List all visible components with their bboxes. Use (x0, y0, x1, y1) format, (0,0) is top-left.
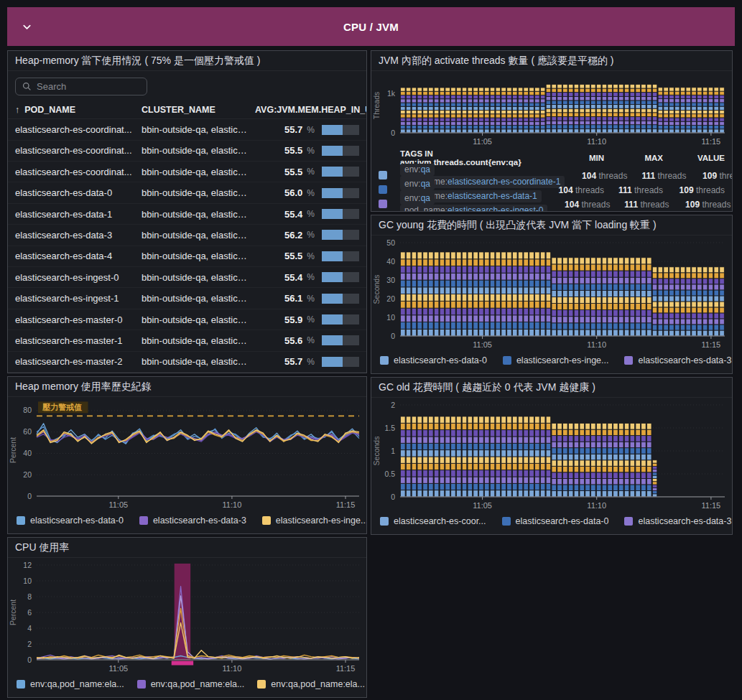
panel-header[interactable]: CPU 使用率 (8, 538, 366, 558)
table-row[interactable]: elasticsearch-es-master-1bbin-outside-qa… (8, 330, 366, 351)
jvm-threads-chart: 01k11:0511:1011:15Threads (371, 71, 732, 147)
svg-text:11:15: 11:15 (336, 500, 356, 509)
min-cell: 104 threads (547, 185, 604, 195)
legend-swatch-icon (379, 200, 387, 208)
svg-text:11:05: 11:05 (473, 137, 492, 146)
panel-title: Heap memory 使用率歷史紀錄 (15, 381, 359, 393)
svg-text:11:10: 11:10 (587, 501, 606, 510)
svg-text:11:05: 11:05 (108, 500, 128, 509)
legend-item[interactable]: env:qa,pod_name:ela... (17, 679, 124, 689)
value-cell: 109 threads (663, 185, 725, 195)
legend-item[interactable]: elasticsearch-es-coor... (380, 516, 486, 526)
tag-badge[interactable]: env:qa (400, 164, 435, 176)
heap-percent-value: 55.7 (284, 356, 302, 367)
legend-item[interactable]: elasticsearch-es-data-0 (502, 516, 609, 526)
panel-header[interactable]: Heap-memory 當下使用情況 ( 75% 是一個壓力警戒值 ) (8, 51, 366, 71)
legend-swatch-icon (379, 171, 387, 179)
panel-heap-memory-table: Heap-memory 當下使用情況 ( 75% 是一個壓力警戒值 ) ↑POD… (7, 50, 367, 373)
svg-text:80: 80 (23, 406, 32, 414)
svg-text:11:15: 11:15 (336, 664, 356, 673)
panel-title: JVM 內部的 activate threads 數量 ( 應該要是平穩的 ) (379, 55, 725, 67)
legend-item[interactable]: elasticsearch-es-data-0 (380, 355, 487, 365)
table-row[interactable]: elasticsearch-es-data-1bbin-outside-qa, … (8, 204, 366, 225)
table-row[interactable]: elasticsearch-es-ingest-1bbin-outside-qa… (8, 288, 366, 309)
percent-unit: % (307, 167, 315, 177)
min-cell: 104 threads (552, 200, 610, 210)
panel-header[interactable]: Heap memory 使用率歷史紀錄 (8, 377, 366, 397)
pod-name-cell: elasticsearch-es-master-0 (15, 314, 142, 325)
percent-unit: % (307, 272, 315, 282)
legend-item[interactable]: elasticsearch-es-data-3 (139, 515, 246, 526)
tag-badge[interactable]: env:qa (400, 192, 435, 205)
legend-item[interactable]: elasticsearch-es-inge... (503, 355, 609, 365)
legend-item[interactable]: elasticsearch-es-data-3 (624, 355, 731, 365)
table-row[interactable]: elasticsearch-es-ingest-0bbin-outside-qa… (8, 267, 366, 288)
heap-bar-gauge (322, 335, 359, 345)
table-row[interactable]: elasticsearch-es-coordinat...bbin-outsid… (8, 162, 366, 182)
svg-text:0: 0 (391, 493, 395, 501)
tag-badge[interactable]: env:qa (400, 178, 435, 190)
pod-name-cell: elasticsearch-es-data-1 (15, 209, 142, 220)
svg-text:8: 8 (27, 592, 32, 601)
svg-text:10: 10 (386, 313, 395, 322)
pod-name-cell: elasticsearch-es-ingest-0 (15, 272, 142, 283)
tag-cell: env:qapod_name:elasticsearch-es-ingest-0 (400, 192, 552, 212)
dashboard-row-header[interactable]: CPU / JVM (7, 7, 735, 46)
svg-text:20: 20 (23, 470, 32, 479)
pod-name-cell: elasticsearch-es-master-1 (15, 335, 142, 346)
panel-header[interactable]: GC young 花費的時間 ( 出現凸波代表 JVM 當下 loading 較… (371, 215, 732, 235)
legend-label: elasticsearch-es-data-3 (153, 515, 246, 526)
percent-unit: % (307, 314, 315, 325)
pod-name-cell: elasticsearch-es-coordinat... (15, 145, 142, 156)
table-row[interactable]: elasticsearch-es-coordinat...bbin-outsid… (8, 141, 366, 162)
svg-text:Percent: Percent (9, 599, 17, 625)
panel-jvm-threads: JVM 內部的 activate threads 數量 ( 應該要是平穩的 ) … (371, 50, 733, 212)
column-header-avg-heap[interactable]: AVG:JVM.MEM.HEAP_IN_US... (255, 105, 367, 115)
column-header-cluster-name[interactable]: CLUSTER_NAME (142, 105, 255, 115)
search-icon (22, 82, 32, 91)
panel-header[interactable]: GC old 花費時間 ( 越趨近於 0 代表 JVM 越健康 ) (371, 378, 732, 398)
pod-name-cell: elasticsearch-es-coordinat... (15, 167, 142, 177)
avg-heap-cell: 56.1% (255, 293, 359, 304)
table-row[interactable]: elasticsearch-es-master-0bbin-outside-qa… (8, 309, 366, 330)
search-input[interactable] (37, 81, 163, 92)
dashboard: CPU / JVM Heap-memory 當下使用情況 ( 75% 是一個壓力… (0, 0, 742, 700)
table-row[interactable]: elasticsearch-es-data-4bbin-outside-qa, … (8, 246, 366, 267)
svg-text:40: 40 (23, 449, 32, 457)
legend-item[interactable]: elasticsearch-es-inge... (262, 515, 367, 526)
heap-bar-gauge (322, 272, 359, 282)
chevron-down-icon[interactable] (22, 22, 32, 32)
legend-item[interactable]: env:qa,pod_name:ela... (137, 679, 245, 689)
svg-text:1k: 1k (387, 89, 396, 98)
threads-legend-row[interactable]: env:qapod_name:elasticsearch-es-coordina… (379, 164, 725, 178)
svg-text:1: 1 (391, 447, 395, 455)
svg-text:0: 0 (27, 655, 32, 664)
legend-label: env:qa,pod_name:ela... (271, 679, 365, 689)
legend-item[interactable]: elasticsearch-es-data-3 (624, 516, 731, 526)
table-row[interactable]: elasticsearch-es-master-2bbin-outside-qa… (8, 352, 366, 373)
legend-swatch-icon (380, 356, 389, 365)
column-header-pod-name[interactable]: ↑POD_NAME (15, 105, 142, 115)
tag-badge[interactable]: pod_name:elasticsearch-es-ingest-0 (400, 205, 547, 212)
svg-text:12: 12 (23, 561, 32, 569)
avg-heap-cell: 55.9% (255, 314, 359, 325)
pod-name-cell: elasticsearch-es-data-0 (15, 187, 142, 198)
legend-item[interactable]: elasticsearch-es-data-0 (17, 515, 124, 526)
table-body: elasticsearch-es-coordinat...bbin-outsid… (8, 119, 366, 373)
legend-item[interactable]: env:qa,pod_name:ela... (257, 679, 365, 689)
panel-header[interactable]: JVM 內部的 activate threads 數量 ( 應該要是平穩的 ) (371, 51, 732, 71)
table-row[interactable]: elasticsearch-es-coordinat...bbin-outsid… (8, 119, 366, 140)
panel-heap-history: Heap memory 使用率歷史紀錄 020406080壓力警戒值11:051… (7, 376, 367, 534)
legend-label: elasticsearch-es-inge... (516, 355, 609, 365)
cluster-name-cell: bbin-outside-qa, elasticse... (142, 293, 255, 304)
heap-bar-gauge (322, 146, 359, 156)
table-row[interactable]: elasticsearch-es-data-0bbin-outside-qa, … (8, 182, 366, 203)
sort-ascending-icon[interactable]: ↑ (15, 105, 19, 115)
gc-old-legend: elasticsearch-es-coor...elasticsearch-es… (371, 511, 732, 534)
svg-text:0: 0 (27, 492, 32, 500)
table-row[interactable]: elasticsearch-es-data-3bbin-outside-qa, … (8, 225, 366, 246)
svg-text:30: 30 (386, 276, 395, 284)
legend-label: elasticsearch-es-data-0 (394, 355, 487, 365)
search-box[interactable] (15, 78, 147, 95)
heap-percent-value: 55.4 (284, 209, 302, 220)
